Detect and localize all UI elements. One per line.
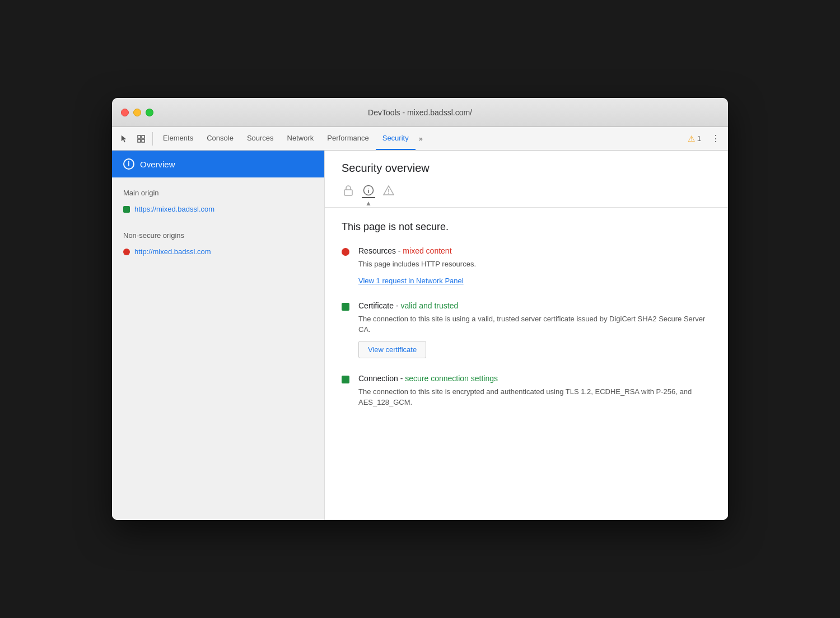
more-tabs-button[interactable]: » xyxy=(416,127,426,150)
connection-title: Connection - secure connection settings xyxy=(358,374,711,383)
svg-text:i: i xyxy=(367,188,369,194)
tab-console[interactable]: Console xyxy=(200,127,240,150)
warning-icon: ! xyxy=(382,184,395,197)
certificate-content: Certificate - valid and trusted The conn… xyxy=(358,301,711,358)
devtools-content: i Overview Main origin https://mixed.bad… xyxy=(112,151,728,520)
svg-rect-4 xyxy=(344,190,352,195)
certificate-indicator xyxy=(342,303,349,311)
connection-indicator xyxy=(342,376,349,383)
connection-desc: The connection to this site is encrypted… xyxy=(358,386,711,408)
svg-rect-3 xyxy=(142,139,144,142)
resources-status-text: mixed content xyxy=(403,246,451,255)
inspect-icon[interactable] xyxy=(133,131,149,147)
certificate-title: Certificate - valid and trusted xyxy=(358,301,711,310)
security-icons: i ! xyxy=(342,182,711,198)
security-body: This page is not secure. Resources - mix… xyxy=(325,208,728,443)
minimize-button[interactable] xyxy=(133,109,141,116)
svg-text:!: ! xyxy=(388,189,389,195)
resources-item: Resources - mixed content This page incl… xyxy=(342,246,711,285)
main-origin-item[interactable]: https://mixed.badssl.com xyxy=(123,203,313,216)
toolbar-divider xyxy=(152,132,153,146)
resources-indicator xyxy=(342,248,349,256)
tab-security[interactable]: Security xyxy=(376,127,416,150)
info-circle-icon: i xyxy=(362,185,375,198)
security-overview-title: Security overview xyxy=(342,162,711,175)
non-secure-origins-section: Non-secure origins http://mixed.badssl.c… xyxy=(112,220,324,263)
tab-performance[interactable]: Performance xyxy=(320,127,375,150)
resources-desc: This page includes HTTP resources. xyxy=(358,259,711,270)
main-origin-indicator xyxy=(123,206,130,213)
security-header: Security overview i xyxy=(325,151,728,208)
main-origin-section: Main origin https://mixed.badssl.com xyxy=(112,177,324,220)
cursor-tool-icon[interactable] xyxy=(116,131,132,147)
tab-sources[interactable]: Sources xyxy=(240,127,281,150)
sidebar-overview-item[interactable]: i Overview xyxy=(112,151,324,177)
toolbar-right: ⚠ 1 ⋮ xyxy=(684,131,724,147)
warning-triangle-icon: ⚠ xyxy=(688,134,695,144)
titlebar: DevTools - mixed.badssl.com/ xyxy=(112,98,728,127)
svg-rect-1 xyxy=(142,135,144,138)
warning-badge-button[interactable]: ⚠ 1 xyxy=(684,132,704,146)
tab-list: Elements Console Sources Network Perform… xyxy=(156,127,683,150)
main-panel: Security overview i xyxy=(325,151,728,520)
connection-status-text: secure connection settings xyxy=(405,374,498,383)
warning-count: 1 xyxy=(697,134,701,143)
non-secure-origin-item[interactable]: http://mixed.badssl.com xyxy=(123,245,313,258)
connection-item: Connection - secure connection settings … xyxy=(342,374,711,414)
overview-info-icon: i xyxy=(123,158,134,170)
view-network-request-link[interactable]: View 1 request in Network Panel xyxy=(358,277,464,285)
non-secure-origin-link[interactable]: http://mixed.badssl.com xyxy=(134,247,211,256)
page-status: This page is not secure. xyxy=(342,221,711,233)
certificate-title-text: Certificate - xyxy=(358,301,400,310)
main-origin-link[interactable]: https://mixed.badssl.com xyxy=(134,205,214,213)
certificate-item: Certificate - valid and trusted The conn… xyxy=(342,301,711,358)
window-title: DevTools - mixed.badssl.com/ xyxy=(368,108,472,117)
certificate-status-text: valid and trusted xyxy=(400,301,458,310)
more-options-button[interactable]: ⋮ xyxy=(708,131,724,147)
tab-network[interactable]: Network xyxy=(281,127,321,150)
tab-elements[interactable]: Elements xyxy=(156,127,200,150)
certificate-desc: The connection to this site is using a v… xyxy=(358,313,711,335)
sidebar: i Overview Main origin https://mixed.bad… xyxy=(112,151,325,520)
view-certificate-button[interactable]: View certificate xyxy=(358,341,426,358)
main-origin-title: Main origin xyxy=(123,189,313,197)
connection-title-text: Connection - xyxy=(358,374,405,383)
svg-rect-0 xyxy=(138,135,141,138)
connection-content: Connection - secure connection settings … xyxy=(358,374,711,414)
lock-icon xyxy=(342,184,355,197)
maximize-button[interactable] xyxy=(146,109,153,116)
resources-title: Resources - mixed content xyxy=(358,246,711,255)
non-secure-origins-title: Non-secure origins xyxy=(123,231,313,240)
overview-label: Overview xyxy=(140,160,175,169)
non-secure-origin-indicator xyxy=(123,249,130,255)
svg-rect-2 xyxy=(138,139,141,142)
resources-content: Resources - mixed content This page incl… xyxy=(358,246,711,285)
close-button[interactable] xyxy=(121,109,129,116)
traffic-lights xyxy=(121,109,153,116)
toolbar: Elements Console Sources Network Perform… xyxy=(112,127,728,151)
resources-title-text: Resources - xyxy=(358,246,403,255)
devtools-window: DevTools - mixed.badssl.com/ Elements Co… xyxy=(112,98,728,520)
